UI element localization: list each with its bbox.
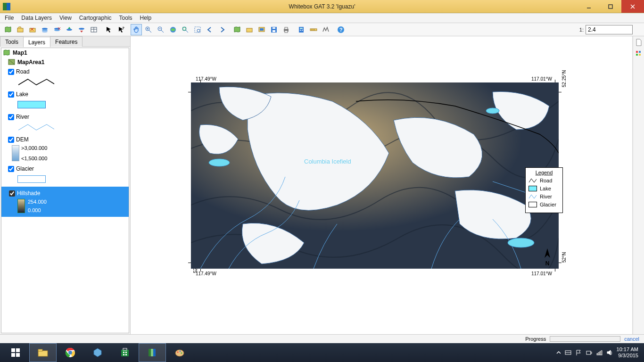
tray-power-icon[interactable] (586, 349, 592, 356)
layer-hillshade-selected[interactable]: Hillshade 254.000 0.000 (1, 187, 129, 217)
layer-road[interactable]: Road (1, 67, 129, 76)
ruler-icon[interactable] (308, 24, 319, 35)
svg-point-16 (79, 28, 84, 30)
maximize-button[interactable] (600, 0, 621, 13)
lon-bottom-right: 117.01°W (531, 271, 552, 276)
svg-rect-44 (300, 28, 303, 29)
zoom-in-icon[interactable] (143, 24, 154, 35)
layer-dem[interactable]: DEM (1, 135, 129, 144)
zoom-selection-icon[interactable] (192, 24, 203, 35)
tray-wifi-icon[interactable] (596, 349, 603, 356)
menu-view[interactable]: View (56, 14, 75, 22)
select-icon[interactable] (103, 24, 115, 35)
attribute-table-icon[interactable] (88, 24, 99, 35)
close-map-icon[interactable] (27, 24, 38, 35)
whitebox-taskbar-icon[interactable] (139, 343, 166, 362)
palette-icon[interactable] (635, 49, 643, 58)
folder-icon[interactable] (244, 24, 255, 35)
layer-glacier[interactable]: Glacier (1, 164, 129, 173)
tray-clock[interactable]: 10:17 AM 9/3/2015 (617, 346, 638, 358)
pan-icon[interactable] (131, 24, 142, 35)
screen-icon[interactable] (256, 24, 267, 35)
svg-point-12 (54, 29, 60, 31)
map-node[interactable]: Map1 (1, 48, 129, 58)
svg-rect-38 (272, 30, 275, 32)
map-legend: Legend Road Lake River Glacier (525, 167, 563, 213)
svg-point-82 (180, 351, 181, 352)
hillshade-max: 254.000 (28, 199, 47, 205)
taskbar: 10:17 AM 9/3/2015 (0, 343, 644, 362)
previous-extent-icon[interactable] (204, 24, 215, 35)
tray-flag-icon[interactable] (575, 349, 582, 356)
new-map-icon[interactable] (2, 24, 14, 35)
svg-rect-65 (11, 353, 15, 357)
store-taskbar-icon[interactable] (111, 343, 139, 362)
legend-river: River (528, 194, 560, 199)
layer-up-icon[interactable] (64, 24, 75, 35)
add-layer-icon[interactable] (39, 24, 50, 35)
legend-lake: Lake (528, 186, 560, 191)
svg-rect-86 (586, 351, 591, 354)
next-extent-icon[interactable] (216, 24, 228, 35)
menubar: File Data Layers View Cartographic Tools… (0, 13, 644, 23)
help-icon[interactable]: ? (335, 24, 347, 35)
tab-layers[interactable]: Layers (23, 37, 50, 47)
menu-cartographic[interactable]: Cartographic (75, 14, 116, 22)
map-canvas[interactable]: Columbia Icefield (191, 82, 559, 269)
glacier-checkbox[interactable] (8, 166, 14, 172)
tray-caret-icon[interactable] (556, 349, 561, 356)
map-panel: 117.49°W 117.01°W 117.49°W 117.01°W 52.2… (131, 36, 633, 334)
tab-features[interactable]: Features (50, 36, 83, 47)
svg-rect-34 (247, 28, 252, 32)
print-icon[interactable] (281, 24, 292, 35)
histogram-icon[interactable] (320, 24, 331, 35)
vbox-taskbar-icon[interactable] (84, 343, 111, 362)
layer-lake[interactable]: Lake (1, 90, 129, 99)
window-controls (578, 0, 644, 13)
maparea-node[interactable]: MapArea1 (1, 58, 129, 67)
zoom-full-icon[interactable] (167, 24, 179, 35)
lake-checkbox[interactable] (8, 91, 14, 98)
lon-top-left: 117.49°W (196, 76, 216, 82)
zoom-layer-icon[interactable] (180, 24, 191, 35)
zoom-out-icon[interactable] (155, 24, 166, 35)
chrome-taskbar-icon[interactable] (57, 343, 84, 362)
lon-bottom-left: 117.49°W (196, 271, 216, 276)
hillshade-checkbox[interactable] (9, 190, 15, 197)
dem-legend: >3,000.000 <1,500.000 (12, 145, 129, 161)
scale-input[interactable] (586, 25, 633, 34)
dem-checkbox[interactable] (8, 137, 14, 143)
titlebar: Whitebox GAT 3.2 'Iguazu' (0, 0, 644, 13)
feature-label: Columbia Icefield (304, 158, 351, 165)
page-icon[interactable] (635, 38, 643, 47)
identify-icon[interactable]: ? (116, 24, 127, 35)
svg-rect-91 (601, 351, 602, 355)
tray-keyboard-icon[interactable] (565, 349, 571, 356)
open-map-icon[interactable] (15, 24, 26, 35)
save-icon[interactable] (268, 24, 280, 35)
tab-tools[interactable]: Tools (0, 36, 24, 47)
close-button[interactable] (621, 0, 644, 13)
tray-volume-icon[interactable] (606, 349, 613, 356)
road-checkbox[interactable] (8, 69, 14, 75)
river-label: River (16, 114, 29, 120)
hillshade-gradient (17, 199, 25, 213)
minimize-button[interactable] (578, 0, 600, 13)
raster-map-icon[interactable] (231, 24, 243, 35)
layer-river[interactable]: River (1, 112, 129, 122)
remove-layer-icon[interactable] (51, 24, 63, 35)
menu-help[interactable]: Help (136, 14, 156, 22)
layer-down-icon[interactable] (76, 24, 87, 35)
calculator-icon[interactable] (296, 24, 307, 35)
menu-tools[interactable]: Tools (116, 14, 136, 22)
svg-rect-75 (123, 354, 124, 355)
menu-data-layers[interactable]: Data Layers (17, 14, 56, 22)
svg-rect-61 (636, 54, 638, 56)
explorer-taskbar-icon[interactable] (29, 343, 57, 362)
start-button[interactable] (2, 343, 29, 362)
river-checkbox[interactable] (8, 114, 14, 120)
svg-point-58 (486, 108, 499, 114)
paint-taskbar-icon[interactable] (166, 343, 193, 362)
cancel-link[interactable]: cancel (624, 336, 639, 342)
menu-file[interactable]: File (1, 14, 17, 22)
